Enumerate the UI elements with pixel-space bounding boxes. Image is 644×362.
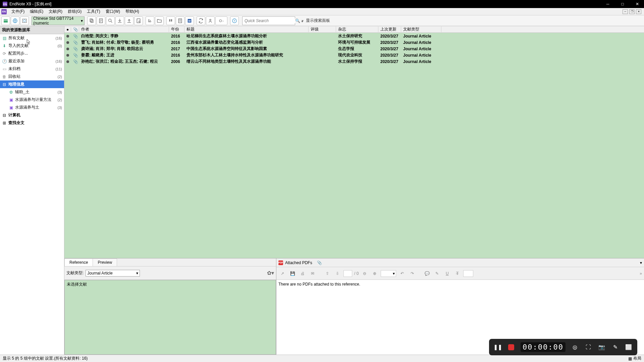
pdf-zoom-select[interactable]: ▾ xyxy=(381,270,396,277)
sidebar-group-2[interactable]: ▣ 水源涵养与计量方法 (2) xyxy=(0,96,64,104)
table-row[interactable]: 📎孙艳红; 张洪江; 程金花; 王玉杰; 石健; 程云2006缙云山不同林地类型… xyxy=(64,58,644,65)
output-style-select[interactable]: Chinese Std GBT7714 (numeric▾ xyxy=(32,16,85,25)
sidebar-unfiled[interactable]: ▭ 未归档 (11) xyxy=(0,65,64,73)
online-mode-button[interactable] xyxy=(11,16,19,25)
pdf-highlight-button[interactable]: ✎ xyxy=(433,269,441,278)
search-icon[interactable]: 🔍 xyxy=(295,18,300,23)
pdf-zoom-out[interactable]: ⊖ xyxy=(361,269,369,278)
mdi-minimize[interactable]: ─ xyxy=(623,9,628,14)
sidebar-computer[interactable]: ⊟ 计算机 xyxy=(0,111,64,119)
quick-search[interactable]: 🔍 ▾ xyxy=(242,16,295,25)
col-author[interactable]: 作者 xyxy=(79,26,169,32)
recorder-draw-button[interactable]: ✎ xyxy=(611,343,619,351)
menu-window[interactable]: 窗口(W) xyxy=(103,8,123,15)
quick-search-input[interactable] xyxy=(245,18,295,23)
pdf-print-button[interactable]: 🖨 xyxy=(299,269,307,278)
col-rating[interactable]: 评级 xyxy=(309,26,336,32)
plus-icon[interactable]: ⊞ xyxy=(2,121,7,125)
minimize-button[interactable]: ─ xyxy=(604,0,612,8)
sidebar-group-3[interactable]: ▣ 水源涵养与土 (3) xyxy=(0,104,64,111)
pdf-underline-button[interactable]: U xyxy=(443,269,451,278)
minus-icon[interactable]: ⊟ xyxy=(2,113,7,118)
integrated-mode-button[interactable] xyxy=(20,16,29,25)
col-journal[interactable]: 杂志 xyxy=(336,26,378,32)
col-attachment[interactable]: 📎 xyxy=(71,27,79,32)
mdi-close[interactable]: ✕ xyxy=(636,9,641,14)
show-search-panel[interactable]: ⌄ 显示搜索面板 xyxy=(301,18,330,23)
ref-type-select[interactable]: Journal Article▾ xyxy=(86,270,140,277)
pdf-panel-menu[interactable]: ▾ xyxy=(640,260,642,265)
attachment-icon[interactable]: 📎 xyxy=(317,260,322,265)
pdf-rotate-left[interactable]: ↶ xyxy=(398,269,406,278)
go-to-word-button[interactable]: W xyxy=(185,16,194,25)
table-row[interactable]: 📎姜霞; 戴晓勇; 王进2016贵州东部杉木人工林土壤持水特性及水源涵养功能研究… xyxy=(64,52,644,58)
menu-edit[interactable]: 编辑(E) xyxy=(27,8,46,15)
menu-groups[interactable]: 群组(G) xyxy=(65,8,84,15)
sync-button[interactable] xyxy=(197,16,205,25)
minus-icon[interactable]: ⊟ xyxy=(2,82,7,87)
copy-button[interactable] xyxy=(87,16,96,25)
table-row[interactable]: 📎白艳莹; 闵庆文; 李静2016哈尼梯田生态系统森林土壤水源涵养功能分析水土保… xyxy=(64,33,644,39)
col-title[interactable]: 标题 xyxy=(184,26,309,32)
format-bibliography-button[interactable] xyxy=(176,16,184,25)
sidebar-group-geo[interactable]: ⊟ 地理信息 xyxy=(0,80,64,88)
col-updated[interactable]: 上次更新 xyxy=(378,26,401,32)
open-link-button[interactable] xyxy=(146,16,154,25)
tab-reference[interactable]: Reference xyxy=(64,258,93,266)
pdf-page-input[interactable] xyxy=(343,270,352,277)
menu-tools[interactable]: 工具(T) xyxy=(84,8,103,15)
recorder-expand-button[interactable]: ⬜ xyxy=(625,343,633,351)
recorder-record-button[interactable] xyxy=(507,343,515,351)
pdf-open-button[interactable]: ↗ xyxy=(278,269,286,278)
table-row[interactable]: 📎龚诗涵; 肖洋; 郑华; 肖燚; 欧阳志云2017中国生态系统水源涵养空间特征… xyxy=(64,46,644,52)
pdf-zoom-in[interactable]: ⊕ xyxy=(371,269,379,278)
recorder-target-button[interactable]: ◎ xyxy=(571,343,579,351)
recorder-pause-button[interactable]: ❚❚ xyxy=(494,343,502,351)
pdf-email-button[interactable]: ✉ xyxy=(309,269,317,278)
pdf-search-input[interactable] xyxy=(463,270,473,277)
menu-help[interactable]: 帮助(H) xyxy=(123,8,142,15)
sidebar-imported[interactable]: ⬇ 导入的文献 (0) xyxy=(0,42,64,50)
tab-preview[interactable]: Preview xyxy=(93,258,117,266)
share-button[interactable] xyxy=(206,16,215,25)
sidebar-find-fulltext[interactable]: ⊞ 查找全文 xyxy=(0,119,64,127)
open-folder-button[interactable] xyxy=(155,16,164,25)
sidebar-trash[interactable]: 🗑 回收站 (2) xyxy=(0,73,64,80)
recorder-screenshot-button[interactable]: 📷 xyxy=(598,343,606,351)
insert-citation-button[interactable] xyxy=(166,16,175,25)
pdf-next-page[interactable]: ⇩ xyxy=(333,269,341,278)
menu-references[interactable]: 文献(R) xyxy=(46,8,65,15)
mdi-restore[interactable]: ❐ xyxy=(629,9,635,14)
screen-recorder-overlay[interactable]: ❚❚ 00:00:00 ◎ ⛶ 📷 ✎ ⬜ xyxy=(489,339,637,355)
maximize-button[interactable]: □ xyxy=(619,0,627,8)
col-read[interactable]: ● xyxy=(64,27,71,32)
pdf-toolbar-expand[interactable]: » xyxy=(640,271,642,276)
layout-button[interactable]: 布局 xyxy=(633,356,641,361)
pdf-save-button[interactable]: 💾 xyxy=(288,269,297,278)
pdf-rotate-right[interactable]: ↷ xyxy=(408,269,416,278)
ref-options-button[interactable]: ✿▾ xyxy=(267,270,274,276)
pdf-note-button[interactable]: 💬 xyxy=(423,269,431,278)
pdf-prev-page[interactable]: ⇧ xyxy=(323,269,331,278)
col-type[interactable]: 文献类型 xyxy=(401,26,441,32)
sidebar-all-references[interactable]: ▤ 所有文献 (16) xyxy=(0,34,64,42)
grid-body[interactable]: 📎白艳莹; 闵庆文; 李静2016哈尼梯田生态系统森林土壤水源涵养功能分析水土保… xyxy=(64,33,644,258)
recorder-fullscreen-button[interactable]: ⛶ xyxy=(584,343,592,351)
endnote-online-button[interactable] xyxy=(215,16,227,25)
export-button[interactable] xyxy=(125,16,133,25)
pdf-strikeout-button[interactable]: T̶ xyxy=(453,269,461,278)
import-button[interactable] xyxy=(115,16,124,25)
sidebar-smart-group-1[interactable]: ✿ 辅助_土 (3) xyxy=(0,88,64,96)
menu-file[interactable]: 文件(F) xyxy=(9,8,27,15)
close-button[interactable]: ✕ xyxy=(633,0,641,8)
col-year[interactable]: 年份 xyxy=(169,26,184,32)
new-reference-button[interactable] xyxy=(97,16,105,25)
table-row[interactable]: 📎曹飞; 肖如林; 付卓; 殷守敬; 杨旻; 蔡明勇2016江西省水源涵养量动态… xyxy=(64,39,644,46)
online-search-button[interactable] xyxy=(106,16,115,25)
sidebar-recently-added[interactable]: 🕐 最近添加 (16) xyxy=(0,57,64,65)
help-button[interactable]: ? xyxy=(230,16,239,25)
local-library-button[interactable] xyxy=(1,16,10,25)
layout-icon[interactable]: ▦ xyxy=(628,356,632,361)
find-fulltext-button[interactable] xyxy=(134,16,143,25)
sidebar-configure-sync[interactable]: ⟳ 配置同步... xyxy=(0,50,64,57)
